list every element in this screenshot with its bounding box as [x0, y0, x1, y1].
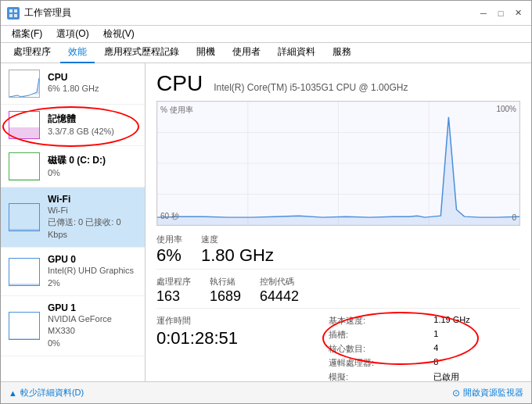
usage-label: 使用率: [156, 234, 182, 245]
wifi-title: Wi-Fi: [48, 194, 137, 205]
wifi-subtitle2: Wi-Fi: [48, 205, 137, 216]
fewer-details-label: 較少詳細資料(D): [20, 387, 84, 399]
gpu0-mini-graph: [9, 258, 40, 286]
svg-rect-2: [9, 14, 13, 17]
bottom-bar: ▲ 較少詳細資料(D) ⊙ 開啟資源監視器: [1, 381, 531, 403]
cores-key: 核心數目:: [329, 343, 424, 355]
menu-file[interactable]: 檔案(F): [5, 26, 49, 42]
gpu0-title: GPU 0: [48, 254, 137, 265]
process-stat: 處理程序 163: [156, 276, 191, 303]
chart-x-right: 0: [512, 213, 516, 222]
tab-processes[interactable]: 處理程序: [5, 42, 59, 63]
wifi-mini-graph: [9, 203, 40, 231]
cores-val: 4: [433, 343, 520, 355]
gpu1-usage: 0%: [48, 338, 137, 349]
chart-x-label: 60 秒: [160, 211, 179, 222]
memory-mini-graph: [9, 111, 40, 139]
menu-bar: 檔案(F) 選項(O) 檢視(V): [1, 26, 531, 43]
speed-value: 1.80 GHz: [201, 247, 274, 264]
handles-label: 控制代碼: [260, 276, 299, 288]
task-manager-window: 工作管理員 ─ □ ✕ 檔案(F) 選項(O) 檢視(V) 處理程序 效能 應用…: [0, 0, 532, 404]
handles-stat: 控制代碼 64442: [260, 276, 299, 303]
base-speed-val: 1.19 GHz: [433, 315, 520, 327]
memory-info: 記憶體 3.3/7.8 GB (42%): [48, 113, 137, 138]
sidebar-item-gpu1[interactable]: GPU 1 NVIDIA GeForce MX330 0%: [1, 296, 145, 356]
sidebar-item-gpu0[interactable]: GPU 0 Intel(R) UHD Graphics 2%: [1, 248, 145, 296]
gpu1-title: GPU 1: [48, 302, 137, 313]
chart-y-label: % 使用率: [160, 105, 193, 116]
stats-row-1: 使用率 6% 速度 1.80 GHz: [156, 234, 520, 270]
wifi-subtitle: 已傳送: 0 已接收: 0 Kbps: [48, 216, 137, 241]
cpu-title: CPU: [48, 72, 137, 83]
info-block: 基本速度: 1.19 GHz 插槽: 1 核心數目: 4 邏輯處理器: 8 模擬…: [329, 315, 520, 381]
threads-stat: 執行緒 1689: [210, 276, 241, 303]
speed-stat: 速度 1.80 GHz: [201, 234, 274, 264]
close-button[interactable]: ✕: [511, 6, 525, 20]
runtime-label: 運作時間: [156, 315, 313, 327]
menu-view[interactable]: 檢視(V): [97, 26, 141, 42]
gpu0-info: GPU 0 Intel(R) UHD Graphics 2%: [48, 254, 137, 289]
minimize-button[interactable]: ─: [476, 6, 491, 20]
base-speed-key: 基本速度:: [329, 315, 424, 327]
panel-subtitle: Intel(R) Core(TM) i5-1035G1 CPU @ 1.00GH…: [214, 82, 408, 93]
window-controls: ─ □ ✕: [476, 6, 525, 20]
sidebar-item-disk[interactable]: 磁碟 0 (C: D:) 0%: [1, 146, 145, 188]
right-panel: CPU Intel(R) Core(TM) i5-1035G1 CPU @ 1.…: [146, 63, 531, 381]
panel-title: CPU: [156, 71, 203, 96]
panel-header: CPU Intel(R) Core(TM) i5-1035G1 CPU @ 1.…: [156, 71, 520, 96]
disk-mini-graph: [9, 152, 40, 181]
gpu0-usage: 2%: [48, 277, 137, 289]
runtime-block: 運作時間 0:01:28:51: [156, 315, 313, 381]
svg-rect-1: [14, 9, 17, 13]
cpu-subtitle: 6% 1.80 GHz: [48, 83, 137, 95]
virt-key: 模擬:: [329, 371, 424, 381]
window-title: 工作管理員: [24, 6, 71, 20]
tab-users[interactable]: 使用者: [225, 42, 268, 63]
tab-bar: 處理程序 效能 應用程式歷程記錄 開機 使用者 詳細資料 服務: [1, 43, 531, 63]
process-label: 處理程序: [156, 276, 191, 288]
logical-val: 8: [433, 357, 520, 369]
gpu0-subtitle: Intel(R) UHD Graphics: [48, 265, 137, 277]
tab-startup[interactable]: 開機: [189, 42, 223, 63]
info-grid: 基本速度: 1.19 GHz 插槽: 1 核心數目: 4 邏輯處理器: 8 模擬…: [329, 315, 520, 381]
process-value: 163: [156, 289, 191, 303]
logical-key: 邏輯處理器:: [329, 357, 424, 369]
maximize-button[interactable]: □: [494, 6, 508, 20]
monitor-icon: ⊙: [452, 388, 460, 399]
fewer-details-button[interactable]: ▲ 較少詳細資料(D): [9, 387, 84, 399]
title-bar-left: 工作管理員: [7, 6, 71, 20]
tab-details[interactable]: 詳細資料: [270, 42, 323, 63]
menu-options[interactable]: 選項(O): [50, 26, 95, 42]
memory-subtitle: 3.3/7.8 GB (42%): [48, 126, 137, 138]
threads-label: 執行緒: [210, 276, 241, 288]
virt-val: 已啟用: [433, 371, 520, 381]
socket-val: 1: [433, 329, 520, 341]
cpu-info: CPU 6% 1.80 GHz: [48, 72, 137, 95]
sidebar-item-wifi[interactable]: Wi-Fi Wi-Fi 已傳送: 0 已接收: 0 Kbps: [1, 188, 145, 248]
chart-y-max: 100%: [496, 105, 516, 113]
gpu1-info: GPU 1 NVIDIA GeForce MX330 0%: [48, 302, 137, 349]
runtime-value: 0:01:28:51: [156, 328, 313, 349]
sidebar: CPU 6% 1.80 GHz 記憶體 3.3/7.8 GB (42%): [1, 63, 146, 381]
cpu-chart: % 使用率 100% 60 秒 0: [156, 101, 520, 226]
open-monitor-button[interactable]: ⊙ 開啟資源監視器: [452, 387, 523, 399]
handles-value: 64442: [260, 289, 299, 303]
gpu1-mini-graph: [9, 312, 40, 340]
cpu-mini-graph: [9, 70, 40, 98]
disk-title: 磁碟 0 (C: D:): [48, 154, 137, 167]
main-content: CPU 6% 1.80 GHz 記憶體 3.3/7.8 GB (42%): [1, 63, 531, 381]
app-icon: [7, 7, 20, 20]
open-monitor-label: 開啟資源監視器: [463, 387, 523, 399]
memory-title: 記憶體: [48, 113, 137, 126]
tab-performance[interactable]: 效能: [60, 42, 95, 63]
tab-app-history[interactable]: 應用程式歷程記錄: [96, 42, 187, 63]
usage-value: 6%: [156, 247, 182, 264]
stats-row-2: 處理程序 163 執行緒 1689 控制代碼 64442: [156, 276, 520, 309]
title-bar: 工作管理員 ─ □ ✕: [1, 1, 531, 26]
wifi-info: Wi-Fi Wi-Fi 已傳送: 0 已接收: 0 Kbps: [48, 194, 137, 241]
tab-services[interactable]: 服務: [325, 42, 359, 63]
disk-info: 磁碟 0 (C: D:) 0%: [48, 154, 137, 179]
sidebar-item-cpu[interactable]: CPU 6% 1.80 GHz: [1, 63, 145, 105]
sidebar-item-memory[interactable]: 記憶體 3.3/7.8 GB (42%): [1, 105, 145, 146]
chevron-up-icon: ▲: [9, 388, 17, 398]
